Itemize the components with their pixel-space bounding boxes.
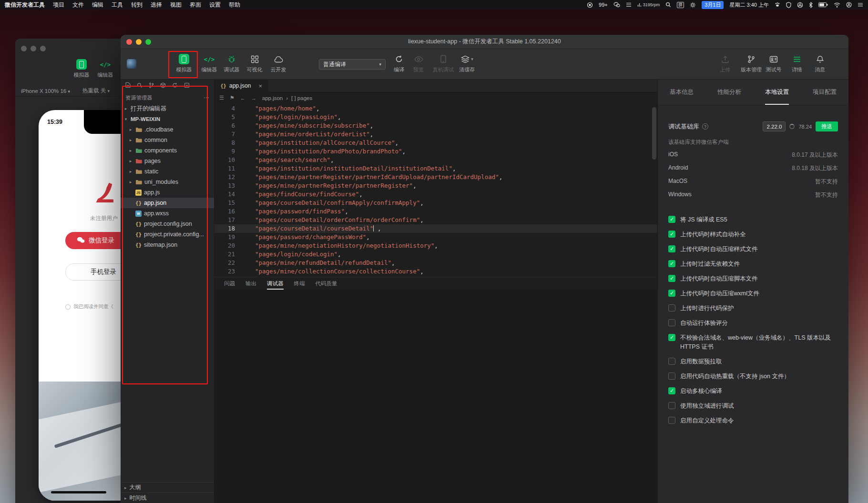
tree-item-9[interactable]: {}app.json [121,198,214,208]
option-row-8[interactable]: ✓ 不校验合法域名、web-view（业务域名）、TLS 版本以及 HTTPS … [668,333,838,352]
tree-item-5[interactable]: ▸ pages [121,156,214,166]
tree-item-6[interactable]: ▸ static [121,166,214,177]
code-line-13[interactable]: 13 "pages/mine/partnerRegister/partnerRe… [214,181,657,190]
hot-reload-toggle[interactable]: 热重载 关 ▾ [82,87,110,94]
forward-icon[interactable]: → [251,95,256,101]
menubar-app-name[interactable]: 微信开发者工具 [5,1,45,9]
checkbox-icon[interactable]: ✓ [668,260,675,267]
editor-scrollbar[interactable] [652,107,656,160]
input-method-icon[interactable]: 拼 [677,2,684,8]
menubar-item-0[interactable]: 项目 [53,1,64,9]
menubar-item-4[interactable]: 转到 [131,1,143,9]
code-line-21[interactable]: 21 "pages/login/codeLogin", [214,250,657,259]
compile-mode-select[interactable]: 普通编译 ▾ [319,59,386,70]
wechat-tray-icon[interactable] [613,2,620,8]
close-icon[interactable]: × [258,82,262,90]
option-row-6[interactable]: 上传时进行代码保护 [668,304,838,313]
option-row-2[interactable]: ✓ 上传代码时自动压缩样式文件 [668,245,838,254]
settings-tab-1[interactable]: 性能分析 [717,80,741,105]
option-row-4[interactable]: ✓ 上传代码时自动压缩脚本文件 [668,274,838,283]
option-row-0[interactable]: ✓ 将 JS 编译成 ES5 [668,215,838,224]
sidebar-section-0[interactable]: ▸ 大纲 [121,482,214,493]
panel-tab-0[interactable]: 问题 [224,277,235,290]
base-library-select[interactable]: 2.22.0 [763,121,786,131]
code-line-17[interactable]: 17 "pages/courseDetail/orderConfirm/orde… [214,216,657,224]
title-bar[interactable]: liexue-student-app - 微信开发者工具 Stable 1.05… [121,35,848,49]
close-button[interactable] [126,39,132,45]
code-line-16[interactable]: 16 "pages/password/findPass", [214,207,657,216]
help-icon[interactable]: ? [702,123,708,130]
sync-icon[interactable] [172,81,178,90]
tree-item-3[interactable]: ▸ common [121,135,214,145]
code-line-15[interactable]: 15 "pages/courseDetail/confirmApply/conf… [214,199,657,207]
more-icon[interactable]: ⋯ [204,94,209,101]
sim-editor-button[interactable]: </> 编辑器 [92,58,119,79]
test-account-button[interactable]: 测试号 [760,52,787,73]
simulator-toggle-button[interactable]: 模拟器 [171,52,197,73]
user-avatar[interactable] [127,59,136,69]
tree-item-13[interactable]: {}sitemap.json [121,240,214,250]
code-line-18[interactable]: 18 "pages/courseDetail/courseDetail" , [214,224,657,233]
tree-item-1[interactable]: ▾ MP-WEIXIN [121,114,214,124]
checkbox-icon[interactable] [668,402,675,409]
paw-icon[interactable] [775,2,780,8]
code-line-19[interactable]: 19 "pages/password/changePassWord", [214,233,657,241]
settings-tab-3[interactable]: 项目配置 [813,80,837,105]
option-row-7[interactable]: 自动运行体验评分 [668,319,838,328]
agreement-row[interactable]: 我已阅读并同意《 [65,303,113,310]
checkbox-icon[interactable]: ✓ [668,216,675,223]
menubar-item-5[interactable]: 选择 [151,1,162,9]
checkbox-icon[interactable]: ✓ [668,231,675,238]
option-row-13[interactable]: 启用自定义处理命令 [668,416,838,425]
settings-tab-2[interactable]: 本地设置 [765,80,789,105]
code-line-8[interactable]: 8 "pages/institution/allCource/allCource… [214,139,657,147]
checkbox-icon[interactable]: ✓ [668,275,675,282]
zoom-button[interactable] [40,46,46,51]
tree-item-10[interactable]: Wapp.wxss [121,208,214,219]
minimize-button[interactable] [136,39,142,45]
code-line-7[interactable]: 7 "pages/mine/orderList/orderList", [214,130,657,139]
zoom-button[interactable] [145,39,151,45]
screen-record-icon[interactable] [587,2,593,8]
list-icon[interactable]: ☰ [219,95,224,101]
device-selector[interactable]: iPhone X 100% 16 ▾ [21,88,70,94]
window-controls[interactable] [21,46,46,51]
settings-tab-0[interactable]: 基本信息 [670,80,694,105]
cloud-dev-button[interactable]: 云开发 [265,52,292,73]
badge-count[interactable]: 99+ [599,2,608,8]
menubar-item-6[interactable]: 视图 [170,1,182,9]
preview-button[interactable]: 预览 [405,52,432,73]
clock-text[interactable]: 星期二 3:40 上午 [729,1,769,9]
messages-button[interactable]: 消息 [807,52,833,73]
code-line-11[interactable]: 11 "pages/institution/institutionDetail/… [214,164,657,173]
checkbox-icon[interactable] [668,417,675,424]
wifi-icon[interactable] [834,2,840,8]
tree-item-4[interactable]: ▸ components [121,145,214,156]
menubar-item-8[interactable]: 设置 [209,1,221,9]
tree-item-12[interactable]: {}project.private.config... [121,229,214,240]
package-icon[interactable] [160,81,166,90]
code-line-14[interactable]: 14 "pages/findCourse/findCourse", [214,190,657,199]
code-line-20[interactable]: 20 "pages/mine/negotiationHistory/negoti… [214,241,657,250]
search-icon[interactable] [137,81,143,90]
breadcrumb-file[interactable]: app.json [262,95,283,101]
agreement-radio[interactable] [65,304,71,310]
collapse-all-icon[interactable] [184,81,190,90]
code-line-12[interactable]: 12 "pages/mine/partnerRegister/partnerId… [214,173,657,181]
checkbox-icon[interactable]: ✓ [668,334,675,341]
list-tray-icon[interactable] [626,2,632,7]
close-button[interactable] [21,46,27,51]
code-line-10[interactable]: 10 "pages/search/search", [214,156,657,164]
push-button[interactable]: 推送 [816,121,838,131]
tree-item-7[interactable]: ▸ uni_modules [121,177,214,187]
panel-tab-4[interactable]: 代码质量 [316,277,337,290]
tree-item-11[interactable]: {}project.config.json [121,219,214,229]
tree-item-0[interactable]: ▸ 打开的编辑器 [121,103,214,114]
upload-button[interactable]: 上传 [712,52,738,73]
code-line-22[interactable]: 22 "pages/mine/refundDetail/refundDetail… [214,259,657,267]
sidebar-section-1[interactable]: ▸ 时间线 [121,493,214,503]
date-menu-item[interactable]: 3月1日 [702,1,724,9]
panel-tab-2[interactable]: 调试器 [267,277,284,290]
code-line-4[interactable]: 4 "pages/home/home", [214,104,657,113]
panel-tab-3[interactable]: 终端 [294,277,305,290]
